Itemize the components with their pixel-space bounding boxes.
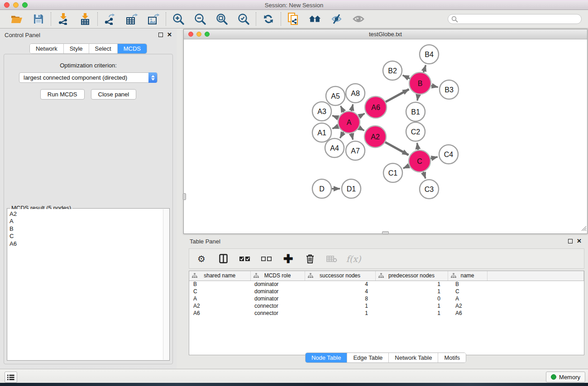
graph-edge-B-B2[interactable] (403, 75, 410, 78)
export-image-icon[interactable] (147, 13, 160, 25)
home-first-neighbors-icon[interactable] (309, 13, 321, 25)
graph-node-A2[interactable]: A2 (364, 126, 386, 148)
graph-node-A3[interactable]: A3 (312, 102, 331, 121)
duplicate-network-icon[interactable] (287, 13, 300, 25)
column-header-shared-name[interactable]: shared name (189, 271, 250, 281)
graph-edge-A-A2[interactable] (359, 128, 364, 130)
float-panel-icon[interactable] (158, 33, 163, 37)
graph-edge-A-A7[interactable] (351, 133, 353, 139)
graph-node-A7[interactable]: A7 (346, 141, 365, 160)
column-header-successor-nodes[interactable]: successor nodes (305, 271, 375, 281)
table-row-B[interactable]: Bdominator41B (189, 281, 584, 288)
show-graphics-details-icon[interactable] (352, 13, 365, 25)
graph-node-B[interactable]: B (409, 72, 431, 94)
criterion-select[interactable]: largest connected component (directed) (19, 72, 158, 83)
graph-edge-B-B1[interactable] (417, 95, 418, 101)
delete-column-icon[interactable] (304, 253, 316, 265)
graph-edge-A-A1[interactable] (332, 126, 338, 129)
zoom-out-icon[interactable] (194, 13, 206, 25)
graph-edge-C-C1[interactable] (403, 166, 409, 168)
column-header-MCDS-role[interactable]: MCDS role (250, 271, 305, 281)
save-session-icon[interactable] (32, 13, 45, 25)
function-builder-icon[interactable]: f(x) (348, 253, 359, 265)
settings-gear-icon[interactable]: ⚙ (196, 253, 207, 265)
frame-left-handle[interactable] (183, 193, 186, 200)
float-table-panel-icon[interactable] (568, 239, 573, 243)
graph-node-A[interactable]: A (338, 111, 360, 133)
graph-edge-C-C3[interactable] (423, 172, 425, 179)
close-table-panel-icon[interactable]: ✕ (577, 239, 582, 243)
task-history-button[interactable] (5, 372, 17, 383)
close-panel-button[interactable]: Close panel (91, 89, 137, 100)
memory-button[interactable]: Memory (546, 372, 585, 382)
graph-node-C2[interactable]: C2 (406, 122, 425, 141)
graph-edge-A-A3[interactable] (332, 115, 339, 118)
export-table-icon[interactable] (125, 13, 138, 25)
tab-select[interactable]: Select (89, 44, 117, 53)
column-header-name[interactable]: name (448, 271, 487, 281)
graph-node-B3[interactable]: B3 (440, 80, 459, 99)
graph-node-D1[interactable]: D1 (342, 179, 361, 198)
table-row-A[interactable]: Adominator80A (189, 295, 584, 302)
resize-grip-icon[interactable] (580, 225, 587, 233)
refresh-network-icon[interactable] (262, 13, 275, 25)
graph-node-A4[interactable]: A4 (325, 138, 344, 157)
result-item-B[interactable]: B (10, 225, 163, 233)
column-header-predecessor-nodes[interactable]: predecessor nodes (375, 271, 448, 281)
result-item-A6[interactable]: A6 (10, 240, 163, 248)
network-canvas[interactable]: AA1A2A3A4A5A6A7A8BB1B2B3B4CC1C2C3C4DD1 (184, 39, 587, 234)
mcds-result-list[interactable]: A2ABCA6 (8, 209, 163, 360)
hide-panel-icon[interactable] (330, 13, 343, 25)
graph-node-A6[interactable]: A6 (365, 96, 387, 118)
run-mcds-button[interactable]: Run MCDS (40, 89, 85, 100)
tab-motifs[interactable]: Motifs (438, 353, 466, 362)
graph-edge-A-A4[interactable] (340, 132, 344, 138)
graph-node-C1[interactable]: C1 (383, 163, 402, 182)
zoom-in-icon[interactable] (172, 13, 185, 25)
graph-edge-C-C2[interactable] (417, 143, 418, 150)
graph-edge-A-A8[interactable] (351, 104, 353, 111)
graph-node-A5[interactable]: A5 (326, 86, 345, 105)
select-all-icon[interactable] (239, 253, 251, 265)
export-network-icon[interactable] (104, 13, 116, 25)
import-table-icon[interactable] (79, 13, 91, 25)
zoom-fit-icon[interactable] (215, 13, 228, 25)
import-network-icon[interactable] (57, 13, 70, 25)
add-column-icon[interactable]: ✚ (282, 253, 294, 265)
tab-node-table[interactable]: Node Table (306, 353, 347, 362)
graph-edge-A-A6[interactable] (359, 114, 365, 117)
tab-network-table[interactable]: Network Table (388, 353, 438, 362)
graph-node-C4[interactable]: C4 (439, 145, 458, 164)
result-item-C[interactable]: C (10, 233, 163, 240)
graph-node-B1[interactable]: B1 (406, 102, 425, 121)
table-row-A6[interactable]: A6connector11A6 (189, 310, 584, 317)
graph-node-B2[interactable]: B2 (383, 61, 402, 80)
graph-edge-A-A5[interactable] (340, 106, 344, 112)
tab-network[interactable]: Network (30, 44, 63, 53)
graph-node-A1[interactable]: A1 (312, 123, 331, 142)
graph-edge-A2-C[interactable] (385, 142, 409, 155)
search-input[interactable] (448, 14, 582, 24)
network-window-titlebar[interactable]: testGlobe.txt (184, 29, 587, 39)
close-panel-icon[interactable]: ✕ (167, 33, 172, 37)
tab-edge-table[interactable]: Edge Table (347, 353, 388, 362)
result-item-A2[interactable]: A2 (10, 210, 163, 218)
graph-node-C[interactable]: C (409, 150, 430, 172)
deselect-all-icon[interactable] (261, 253, 272, 265)
graph-edge-C-C4[interactable] (430, 157, 437, 159)
graph-node-B4[interactable]: B4 (420, 45, 439, 64)
zoom-selected-icon[interactable] (237, 13, 250, 25)
tab-mcds[interactable]: MCDS (117, 44, 147, 53)
graph-edge-B-B4[interactable] (423, 65, 425, 72)
graph-edge-B-B3[interactable] (431, 86, 438, 87)
frame-bottom-handle[interactable] (382, 231, 389, 234)
open-session-icon[interactable] (10, 13, 23, 25)
split-panel-icon[interactable] (217, 253, 229, 265)
result-scrollbar[interactable] (163, 209, 169, 360)
table-row-A2[interactable]: A2connector11A2 (189, 302, 584, 310)
table-row-C[interactable]: Cdominator41C (189, 288, 584, 295)
tab-style[interactable]: Style (63, 44, 89, 53)
result-item-A[interactable]: A (10, 218, 163, 225)
graph-node-D[interactable]: D (312, 179, 331, 198)
graph-edge-A6-B[interactable] (386, 89, 409, 102)
